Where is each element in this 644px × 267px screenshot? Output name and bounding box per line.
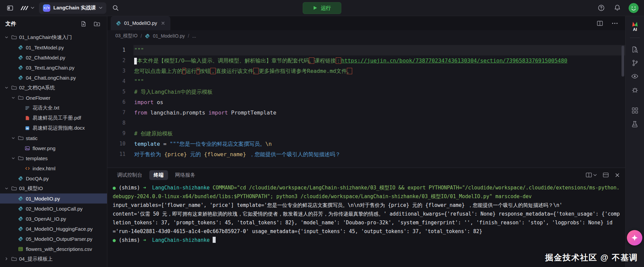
code-line[interactable]: import os [133,97,625,107]
split-panel-icon [586,172,592,178]
python-icon [116,21,121,26]
tree-file-row[interactable]: index.html [0,163,107,173]
line-number: 5 [107,87,125,97]
chevron-icon [4,85,9,90]
tree-folder-row[interactable]: 01_LangChain快速入门 [0,32,107,42]
tree-file-row[interactable]: 01_ModelIO.py [0,193,107,204]
code-line[interactable]: 对于售价为 {price} 元的 {flower_name} ，您能提供一个吸引… [133,149,625,160]
tree-folder-row[interactable]: 02_文档QA系统 [0,83,107,93]
help-icon[interactable] [596,3,606,13]
close-panel-icon[interactable] [615,173,620,178]
file-explorer: 文件 01_LangChain快速入门01_TextModel.py02_Cha… [0,16,107,267]
breadcrumb-folder[interactable]: 03_模型IO [115,33,138,39]
code-line[interactable]: template = """您是一位专业的鲜花店文案撰写员。\n [133,139,625,149]
tree-file-row[interactable]: 02_ChatModel.py [0,52,107,62]
tree-folder-row[interactable]: 04_提示模板上 [0,254,107,264]
editor-tab[interactable]: 01_ModelIO.py [111,16,170,30]
panel-tab-network[interactable]: 网络服务 [171,170,200,180]
source-control-icon[interactable] [632,56,638,70]
line-numbers: 1234567891011 [107,45,133,168]
app-logo[interactable] [19,5,34,11]
tree-folder-row[interactable]: 03_模型IO [0,183,107,193]
test-flask-icon[interactable] [632,117,638,131]
code-line[interactable]: 您可以点击最上方的“运行”按钮，直接运行该文件。更多操作指引请参考Readme.… [133,66,625,76]
tree-file-row[interactable]: flowers_with_descriptions.csv [0,244,107,254]
code-line[interactable] [133,118,625,128]
tree-folder-row[interactable]: OneFlower [0,93,107,103]
toggle-sidebar-icon[interactable] [5,3,15,13]
new-file-icon[interactable] [79,19,88,28]
code-line[interactable]: from langchain.prompts import PromptTemp… [133,107,625,118]
code-token: import [209,109,228,116]
panel-layout-icon[interactable] [603,172,609,178]
folder-icon [11,186,17,191]
file-name: 02_文档QA系统 [19,85,55,91]
code-token: {flower_name} [204,151,246,158]
community-float-button[interactable] [627,230,642,246]
user-avatar[interactable] [629,3,639,13]
folder-icon [11,35,17,40]
tree-file-row[interactable]: 01_TextModel.py [0,42,107,52]
terminal-output[interactable]: ● (shims) ➜ LangChain-shizhanke COMMAND=… [107,182,625,267]
file-name: 05_ModelIO_OutputParser.py [26,236,92,242]
chevron-spacer [11,206,15,211]
tree-folder-row[interactable]: templates [0,153,107,163]
file-name: flower.png [33,145,55,151]
line-number: 3 [107,66,125,76]
more-actions-icon[interactable] [610,21,619,26]
code-line[interactable]: 本文件是【模型I/O——输入提示、调用模型、解析输出】章节的配套代码。课程链接：… [133,55,625,66]
line-number: 10 [107,139,125,149]
tree-file-row[interactable]: flower.png [0,143,107,153]
breadcrumb-more[interactable]: ... [192,33,196,39]
code-line[interactable]: """ [133,45,625,55]
file-search-icon[interactable] [631,43,638,56]
tree-file-row[interactable]: 03_TextLangChain.py [0,62,107,73]
code-token: 按钮 [200,68,210,74]
code-token: ， [210,68,216,74]
search-icon[interactable] [111,3,120,12]
code-line[interactable]: # 创建原始模板 [133,128,625,139]
tree-file-row[interactable]: 易速鲜花员工手册.pdf [0,113,107,123]
debug-icon[interactable] [632,83,638,96]
logo-icon [19,5,29,11]
tree-file-row[interactable]: 03_OpenAI_IO.py [0,214,107,224]
chevron-spacer [11,176,15,181]
new-folder-icon[interactable] [93,19,102,28]
editor-scrollbar[interactable] [622,46,624,77]
terminal-line: ● (shims) ➜ LangChain-shizhanke [113,236,620,244]
chevron-icon [4,35,9,40]
notifications-bell-icon[interactable] [613,3,622,13]
tree-folder-row[interactable]: static [0,133,107,143]
breadcrumb-file[interactable]: 01_ModelIO.py [153,33,185,39]
tree-file-row[interactable]: 花语大全.txt [0,103,107,113]
code-editor[interactable]: 1234567891011 """本文件是【模型I/O——输入提示、调用模型、解… [107,42,625,168]
code-line[interactable]: """ [133,76,625,87]
close-tab-icon[interactable] [161,21,165,25]
project-switcher[interactable]: </> LangChain 实战课 [39,2,106,14]
code-line[interactable]: # 导入LangChain中的提示模板 [133,87,625,97]
tree-file-row[interactable]: W易速鲜花运营指南.docx [0,123,107,133]
extensions-icon[interactable] [632,104,638,117]
code-token: “ [182,68,186,74]
code-token: 课程链接 [314,57,336,64]
preview-eye-icon[interactable] [631,70,638,83]
tree-file-row[interactable]: 04_ChatLongChain.py [0,73,107,83]
python-icon [145,34,150,39]
terminal-text: (shims) [119,237,143,243]
panel-tab-debug-console[interactable]: 调试控制台 [113,170,147,180]
editor-tab-bar: 01_ModelIO.py [107,16,625,30]
tree-file-row[interactable]: 02_ModelIO_LoopCall.py [0,204,107,214]
terminal-line: content='仅需 50 元，即可拥有这束娇艳欲滴的玫瑰，它如爱情的使者，散… [113,210,620,236]
py-file-icon [18,176,23,181]
chevron-spacer [11,65,15,70]
terminal-text: content='仅需 50 元，即可拥有这束娇艳欲滴的玫瑰，它如爱情的使者，散… [113,211,620,234]
split-terminal-icon[interactable] [586,172,597,178]
ai-assistant-icon[interactable]: AI [628,19,642,34]
split-editor-icon[interactable] [595,19,604,28]
tree-file-row[interactable]: DocQA.py [0,173,107,183]
run-label: 运行 [321,5,331,11]
tree-file-row[interactable]: 04_ModelIO_HuggingFace.py [0,224,107,234]
panel-tab-terminal[interactable]: 终端 [149,170,168,180]
tree-file-row[interactable]: 05_ModelIO_OutputParser.py [0,234,107,244]
run-button[interactable]: 运行 [303,2,341,14]
